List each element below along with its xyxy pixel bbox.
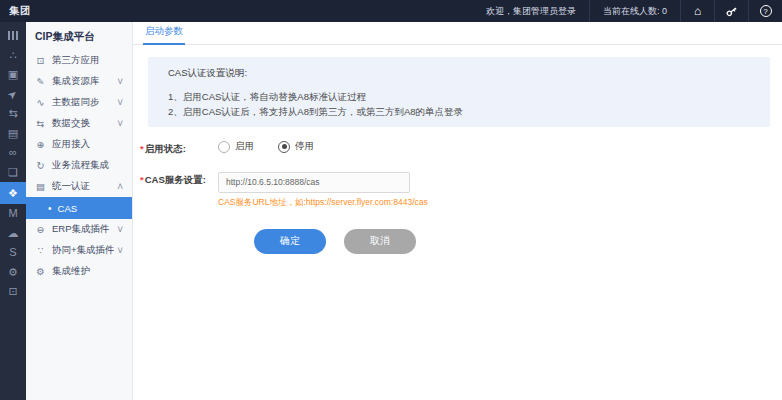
key-glyph bbox=[722, 2, 740, 20]
enable-status-row: *启用状态: 启用 停用 bbox=[140, 140, 770, 156]
cancel-button[interactable]: 取消 bbox=[344, 229, 416, 254]
chevron-down-icon: ˅ bbox=[117, 98, 123, 108]
monitor-icon: ⊡ bbox=[35, 55, 46, 66]
sidebar-title: CIP集成平台 bbox=[26, 22, 132, 50]
help-icon[interactable]: ? bbox=[749, 0, 782, 22]
key-icon[interactable] bbox=[715, 0, 748, 22]
gallery-icon[interactable]: ▣ bbox=[0, 65, 26, 85]
chart-icon: ∿ bbox=[35, 97, 46, 108]
sidebar-item-process-integration[interactable]: ↻ 业务流程集成 bbox=[26, 155, 132, 176]
sidebar-item-unified-auth[interactable]: ▤ 统一认证 ˄ bbox=[26, 176, 132, 197]
globe-icon: ⊕ bbox=[35, 139, 46, 150]
document-icon[interactable]: ❏ bbox=[0, 163, 26, 183]
cas-url-label: *CAS服务设置: bbox=[140, 171, 218, 187]
sidebar: CIP集成平台 ⊡ 第三方应用 ✎ 集成资源库 ˅ ∿ 主数据同步 ˅ ⇆ 数据… bbox=[26, 22, 133, 400]
notice-title: CAS认证设置说明: bbox=[168, 65, 750, 80]
cursor-icon[interactable]: ➤ bbox=[0, 85, 26, 105]
sidebar-item-data-exchange[interactable]: ⇆ 数据交换 ˅ bbox=[26, 113, 132, 134]
topbar-right: 欢迎，集团管理员登录 当前在线人数: 0 ⌂ ? bbox=[473, 0, 782, 22]
sidebar-item-cas[interactable]: • CAS bbox=[26, 197, 132, 219]
chevron-down-icon: ˅ bbox=[117, 77, 123, 87]
collapse-menu-icon[interactable] bbox=[0, 26, 26, 46]
sidebar-item-resource-library[interactable]: ✎ 集成资源库 ˅ bbox=[26, 71, 132, 92]
settings-page: CAS认证设置说明: 1、启用CAS认证，将自动替换A8标准认证过程 2、启用C… bbox=[133, 45, 782, 254]
monitor-icon[interactable]: ⊡ bbox=[0, 282, 26, 302]
required-mark: * bbox=[140, 143, 144, 154]
link-icon[interactable]: ∞ bbox=[0, 143, 26, 163]
welcome-text: 欢迎，集团管理员登录 bbox=[473, 5, 589, 18]
badge-icon: ▤ bbox=[35, 181, 46, 192]
cas-url-row: *CAS服务设置: CAS服务URL地址，如:https://server.fl… bbox=[140, 171, 770, 209]
chevron-down-icon: ˅ bbox=[117, 119, 123, 129]
exchange-icon[interactable]: ⇆ bbox=[0, 104, 26, 124]
brand-label: 集团 bbox=[0, 4, 31, 18]
radio-disable[interactable]: 停用 bbox=[278, 140, 314, 153]
sidebar-item-erp-plugins[interactable]: ⊖ ERP集成插件 ˅ bbox=[26, 219, 132, 240]
sitemap-icon[interactable]: ∴ bbox=[0, 46, 26, 66]
notice-box: CAS认证设置说明: 1、启用CAS认证，将自动替换A8标准认证过程 2、启用C… bbox=[148, 57, 770, 127]
sidebar-item-third-party-apps[interactable]: ⊡ 第三方应用 bbox=[26, 50, 132, 71]
notice-line-2: 2、启用CAS认证后，将支持从A8到第三方，或第三方到A8的单点登录 bbox=[168, 104, 750, 119]
sidebar-item-maintenance[interactable]: ⚙ 集成维护 bbox=[26, 261, 132, 282]
chevron-up-icon: ˄ bbox=[117, 182, 123, 192]
sidebar-item-app-access[interactable]: ⊕ 应用接入 bbox=[26, 134, 132, 155]
required-mark: * bbox=[140, 174, 144, 185]
app-window: 集团 欢迎，集团管理员登录 当前在线人数: 0 ⌂ ? ∴ ▣ ➤ ⇆ bbox=[0, 0, 782, 400]
m-app-icon[interactable]: M bbox=[0, 204, 26, 224]
main-content: 启动参数 CAS认证设置说明: 1、启用CAS认证，将自动替换A8标准认证过程 … bbox=[133, 22, 782, 400]
enable-status-label: *启用状态: bbox=[140, 140, 218, 156]
gear-icon[interactable]: ⚙ bbox=[0, 263, 26, 283]
circle-icon: ⊖ bbox=[35, 224, 46, 235]
share-icon: ∵ bbox=[35, 245, 46, 256]
radio-circle-checked bbox=[278, 141, 290, 153]
radio-circle-unchecked bbox=[218, 141, 230, 153]
online-count: 当前在线人数: 0 bbox=[590, 5, 680, 18]
sidebar-item-collab-plugins[interactable]: ∵ 协同+集成插件 ˅ bbox=[26, 240, 132, 261]
pen-icon: ✎ bbox=[35, 76, 46, 87]
cas-url-input[interactable] bbox=[218, 172, 410, 193]
integration-apps-icon[interactable]: ❖ bbox=[0, 182, 26, 204]
chevron-down-icon: ˅ bbox=[117, 225, 123, 235]
gear-icon: ⚙ bbox=[35, 266, 46, 277]
notice-line-1: 1、启用CAS认证，将自动替换A8标准认证过程 bbox=[168, 89, 750, 104]
topbar: 集团 欢迎，集团管理员登录 当前在线人数: 0 ⌂ ? bbox=[0, 0, 782, 22]
bullet-icon: • bbox=[48, 203, 52, 214]
radio-enable[interactable]: 启用 bbox=[218, 140, 254, 153]
tabbar: 启动参数 bbox=[133, 22, 782, 45]
card-icon[interactable]: ▤ bbox=[0, 124, 26, 144]
home-icon[interactable]: ⌂ bbox=[681, 0, 714, 22]
chevron-down-icon: ˅ bbox=[117, 246, 123, 256]
cloud-icon[interactable]: ☁ bbox=[0, 224, 26, 244]
s-app-icon[interactable]: S bbox=[0, 243, 26, 263]
icon-rail: ∴ ▣ ➤ ⇆ ▤ ∞ ❏ ❖ M ☁ S ⚙ ⊡ bbox=[0, 22, 26, 400]
confirm-button[interactable]: 确定 bbox=[254, 229, 326, 254]
exchange-icon: ⇆ bbox=[35, 118, 46, 129]
sidebar-item-master-data-sync[interactable]: ∿ 主数据同步 ˅ bbox=[26, 92, 132, 113]
cas-url-hint: CAS服务URL地址，如:https://server.flyer.com:84… bbox=[218, 197, 428, 209]
button-row: 确定 取消 bbox=[254, 229, 770, 254]
tab-startup-params[interactable]: 启动参数 bbox=[143, 21, 185, 45]
flow-icon: ↻ bbox=[35, 160, 46, 171]
